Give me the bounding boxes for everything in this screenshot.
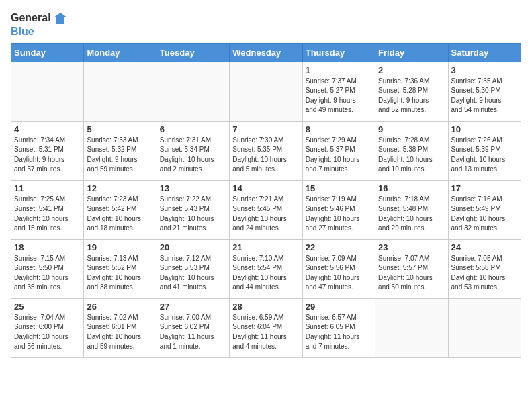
day-number: 13 <box>160 183 226 193</box>
calendar-cell: 19Sunrise: 7:13 AM Sunset: 5:52 PM Dayli… <box>84 239 157 298</box>
header-row: SundayMondayTuesdayWednesdayThursdayFrid… <box>11 43 521 62</box>
page-header: General Blue <box>11 11 521 38</box>
calendar-cell <box>84 62 157 121</box>
day-header-saturday: Saturday <box>448 43 521 62</box>
logo-general: General <box>11 12 51 24</box>
calendar-cell: 26Sunrise: 7:02 AM Sunset: 6:01 PM Dayli… <box>84 298 157 357</box>
day-info: Sunrise: 7:29 AM Sunset: 5:37 PM Dayligh… <box>306 136 372 175</box>
calendar-cell <box>375 298 448 357</box>
logo-blue: Blue <box>11 26 67 38</box>
day-info: Sunrise: 7:22 AM Sunset: 5:43 PM Dayligh… <box>160 195 226 234</box>
calendar-cell: 10Sunrise: 7:26 AM Sunset: 5:39 PM Dayli… <box>448 121 521 180</box>
day-header-sunday: Sunday <box>11 43 84 62</box>
day-info: Sunrise: 7:21 AM Sunset: 5:45 PM Dayligh… <box>232 195 299 234</box>
day-number: 23 <box>378 242 445 253</box>
day-info: Sunrise: 7:36 AM Sunset: 5:28 PM Dayligh… <box>378 77 445 116</box>
day-number: 18 <box>14 242 81 253</box>
day-info: Sunrise: 7:15 AM Sunset: 5:50 PM Dayligh… <box>14 254 81 293</box>
calendar-cell: 1Sunrise: 7:37 AM Sunset: 5:27 PM Daylig… <box>302 62 375 121</box>
day-info: Sunrise: 7:07 AM Sunset: 5:57 PM Dayligh… <box>378 254 445 293</box>
week-row-4: 18Sunrise: 7:15 AM Sunset: 5:50 PM Dayli… <box>11 239 521 298</box>
day-info: Sunrise: 7:30 AM Sunset: 5:35 PM Dayligh… <box>232 136 299 175</box>
day-number: 4 <box>14 124 81 134</box>
calendar-cell <box>11 62 84 121</box>
day-info: Sunrise: 7:33 AM Sunset: 5:32 PM Dayligh… <box>87 136 153 175</box>
calendar-cell: 17Sunrise: 7:16 AM Sunset: 5:49 PM Dayli… <box>448 180 521 239</box>
day-number: 19 <box>87 242 153 253</box>
calendar-cell <box>230 62 302 121</box>
day-header-tuesday: Tuesday <box>157 43 229 62</box>
calendar-cell: 13Sunrise: 7:22 AM Sunset: 5:43 PM Dayli… <box>157 180 229 239</box>
day-number: 2 <box>378 65 445 75</box>
day-info: Sunrise: 7:12 AM Sunset: 5:53 PM Dayligh… <box>160 254 226 293</box>
calendar-cell: 4Sunrise: 7:34 AM Sunset: 5:31 PM Daylig… <box>11 121 84 180</box>
day-header-monday: Monday <box>84 43 157 62</box>
calendar-cell <box>157 62 229 121</box>
calendar-cell: 2Sunrise: 7:36 AM Sunset: 5:28 PM Daylig… <box>375 62 448 121</box>
logo-arrow-icon <box>52 11 67 26</box>
day-info: Sunrise: 7:31 AM Sunset: 5:34 PM Dayligh… <box>160 136 226 175</box>
day-number: 6 <box>160 124 226 134</box>
day-number: 22 <box>306 242 372 253</box>
calendar-cell: 23Sunrise: 7:07 AM Sunset: 5:57 PM Dayli… <box>375 239 448 298</box>
week-row-3: 11Sunrise: 7:25 AM Sunset: 5:41 PM Dayli… <box>11 180 521 239</box>
calendar-cell: 22Sunrise: 7:09 AM Sunset: 5:56 PM Dayli… <box>302 239 375 298</box>
day-header-thursday: Thursday <box>302 43 375 62</box>
calendar-cell: 20Sunrise: 7:12 AM Sunset: 5:53 PM Dayli… <box>157 239 229 298</box>
calendar-cell: 28Sunrise: 6:59 AM Sunset: 6:04 PM Dayli… <box>230 298 302 357</box>
calendar-cell: 21Sunrise: 7:10 AM Sunset: 5:54 PM Dayli… <box>230 239 302 298</box>
calendar-cell: 14Sunrise: 7:21 AM Sunset: 5:45 PM Dayli… <box>230 180 302 239</box>
calendar-cell: 29Sunrise: 6:57 AM Sunset: 6:05 PM Dayli… <box>302 298 375 357</box>
day-number: 7 <box>232 124 299 134</box>
day-info: Sunrise: 7:34 AM Sunset: 5:31 PM Dayligh… <box>14 136 81 175</box>
day-number: 8 <box>306 124 372 134</box>
calendar-cell: 12Sunrise: 7:23 AM Sunset: 5:42 PM Dayli… <box>84 180 157 239</box>
day-info: Sunrise: 7:25 AM Sunset: 5:41 PM Dayligh… <box>14 195 81 234</box>
calendar-cell: 3Sunrise: 7:35 AM Sunset: 5:30 PM Daylig… <box>448 62 521 121</box>
day-number: 29 <box>306 302 372 312</box>
week-row-2: 4Sunrise: 7:34 AM Sunset: 5:31 PM Daylig… <box>11 121 521 180</box>
day-info: Sunrise: 6:57 AM Sunset: 6:05 PM Dayligh… <box>306 313 372 352</box>
day-info: Sunrise: 7:13 AM Sunset: 5:52 PM Dayligh… <box>87 254 153 293</box>
calendar-cell: 8Sunrise: 7:29 AM Sunset: 5:37 PM Daylig… <box>302 121 375 180</box>
calendar-cell: 24Sunrise: 7:05 AM Sunset: 5:58 PM Dayli… <box>448 239 521 298</box>
calendar-table: SundayMondayTuesdayWednesdayThursdayFrid… <box>11 43 521 358</box>
day-info: Sunrise: 7:37 AM Sunset: 5:27 PM Dayligh… <box>306 77 372 116</box>
day-info: Sunrise: 7:35 AM Sunset: 5:30 PM Dayligh… <box>451 77 518 116</box>
calendar-cell: 15Sunrise: 7:19 AM Sunset: 5:46 PM Dayli… <box>302 180 375 239</box>
day-info: Sunrise: 7:04 AM Sunset: 6:00 PM Dayligh… <box>14 313 81 352</box>
calendar-cell: 27Sunrise: 7:00 AM Sunset: 6:02 PM Dayli… <box>157 298 229 357</box>
day-header-wednesday: Wednesday <box>230 43 302 62</box>
day-number: 11 <box>14 183 81 193</box>
day-number: 5 <box>87 124 153 134</box>
logo-text: General Blue <box>11 11 67 38</box>
day-info: Sunrise: 7:02 AM Sunset: 6:01 PM Dayligh… <box>87 313 153 352</box>
day-number: 1 <box>306 65 372 75</box>
day-info: Sunrise: 6:59 AM Sunset: 6:04 PM Dayligh… <box>232 313 299 352</box>
calendar-cell <box>448 298 521 357</box>
day-info: Sunrise: 7:16 AM Sunset: 5:49 PM Dayligh… <box>451 195 518 234</box>
day-info: Sunrise: 7:09 AM Sunset: 5:56 PM Dayligh… <box>306 254 372 293</box>
week-row-1: 1Sunrise: 7:37 AM Sunset: 5:27 PM Daylig… <box>11 62 521 121</box>
calendar-cell: 7Sunrise: 7:30 AM Sunset: 5:35 PM Daylig… <box>230 121 302 180</box>
calendar-cell: 16Sunrise: 7:18 AM Sunset: 5:48 PM Dayli… <box>375 180 448 239</box>
day-number: 12 <box>87 183 153 193</box>
calendar-cell: 25Sunrise: 7:04 AM Sunset: 6:00 PM Dayli… <box>11 298 84 357</box>
day-info: Sunrise: 7:26 AM Sunset: 5:39 PM Dayligh… <box>451 136 518 175</box>
day-info: Sunrise: 7:19 AM Sunset: 5:46 PM Dayligh… <box>306 195 372 234</box>
day-info: Sunrise: 7:23 AM Sunset: 5:42 PM Dayligh… <box>87 195 153 234</box>
day-number: 20 <box>160 242 226 253</box>
calendar-cell: 18Sunrise: 7:15 AM Sunset: 5:50 PM Dayli… <box>11 239 84 298</box>
day-number: 26 <box>87 302 153 312</box>
day-number: 14 <box>232 183 299 193</box>
day-number: 16 <box>378 183 445 193</box>
calendar-cell: 6Sunrise: 7:31 AM Sunset: 5:34 PM Daylig… <box>157 121 229 180</box>
day-number: 3 <box>451 65 518 75</box>
day-number: 25 <box>14 302 81 312</box>
logo: General Blue <box>11 11 67 38</box>
day-info: Sunrise: 7:18 AM Sunset: 5:48 PM Dayligh… <box>378 195 445 234</box>
day-number: 15 <box>306 183 372 193</box>
calendar-cell: 5Sunrise: 7:33 AM Sunset: 5:32 PM Daylig… <box>84 121 157 180</box>
day-number: 24 <box>451 242 518 253</box>
day-info: Sunrise: 7:05 AM Sunset: 5:58 PM Dayligh… <box>451 254 518 293</box>
